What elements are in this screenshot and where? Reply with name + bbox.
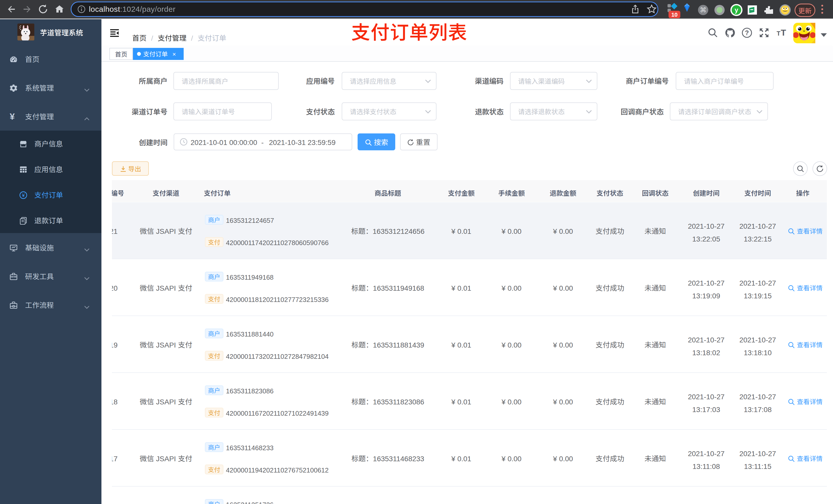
- svg-text:⌘: ⌘: [700, 6, 707, 14]
- svg-text:y: y: [735, 6, 738, 14]
- svg-text:T: T: [781, 28, 786, 37]
- svg-text:¥: ¥: [22, 193, 25, 198]
- svg-text:?: ?: [745, 29, 749, 37]
- svg-text:T: T: [777, 30, 781, 37]
- svg-text:10: 10: [671, 11, 677, 18]
